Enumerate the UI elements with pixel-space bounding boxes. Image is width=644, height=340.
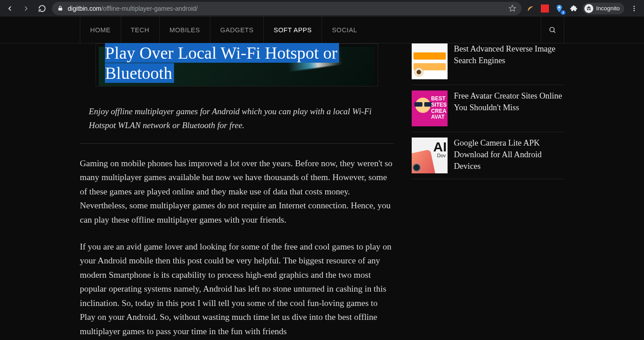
site-nav: HOME TECH MOBILES GADGETS SOFT APPS SOCI… — [0, 17, 644, 43]
browser-toolbar: digitbin.com/offline-multiplayer-games-a… — [0, 0, 644, 17]
extension-badge: 4 — [561, 10, 566, 15]
svg-point-4 — [634, 10, 635, 11]
browser-menu-button[interactable] — [628, 2, 640, 15]
sidebar-item-title: Free Avatar Creator Sites Online You Sho… — [454, 90, 564, 114]
nav-item-social[interactable]: SOCIAL — [322, 17, 367, 43]
hero-title-line2: Bluetooth — [105, 63, 174, 83]
url-path: /offline-multiplayer-games-android/ — [101, 5, 198, 12]
svg-point-5 — [550, 27, 554, 32]
nav-item-tech[interactable]: TECH — [121, 17, 159, 43]
svg-point-3 — [634, 8, 635, 9]
sidebar: Best Advanced Reverse Image Search Engin… — [412, 43, 564, 340]
url-text: digitbin.com/offline-multiplayer-games-a… — [68, 5, 504, 12]
article-column: Play Over Local Wi-Fi Hotspot or Bluetoo… — [80, 43, 394, 340]
bookmark-star-icon[interactable] — [509, 4, 516, 12]
extension-icon-2[interactable] — [540, 3, 550, 14]
address-bar[interactable]: digitbin.com/offline-multiplayer-games-a… — [52, 2, 522, 15]
sidebar-thumb: BEST SITES CREA AVAT — [412, 90, 448, 126]
incognito-label: Incognito — [596, 5, 620, 12]
sidebar-thumb — [412, 43, 448, 79]
sidebar-item-title: Best Advanced Reverse Image Search Engin… — [454, 43, 564, 67]
thumb-text: BEST SITES CREA AVAT — [431, 96, 447, 121]
extensions-menu-icon[interactable] — [568, 3, 579, 14]
thumb-sub: Dov — [437, 153, 446, 158]
url-host: digitbin.com — [68, 5, 101, 12]
hero-title: Play Over Local Wi-Fi Hotspot or Bluetoo… — [105, 43, 339, 83]
extension-icon-1[interactable] — [525, 3, 536, 14]
hero-image-card: Play Over Local Wi-Fi Hotspot or Bluetoo… — [96, 43, 378, 86]
hero-title-line1: Play Over Local Wi-Fi Hotspot or — [105, 43, 339, 63]
hero-image: Play Over Local Wi-Fi Hotspot or Bluetoo… — [99, 47, 375, 86]
back-button[interactable] — [4, 2, 16, 15]
svg-point-2 — [634, 6, 635, 7]
sidebar-item-title: Google Camera Lite APK Download for All … — [454, 138, 564, 172]
sidebar-thumb: AI Dov — [412, 138, 448, 173]
incognito-indicator[interactable]: Incognito — [583, 3, 624, 14]
article-paragraph-1: Gaming on mobile phones has improved a l… — [80, 156, 394, 227]
nav-item-soft-apps[interactable]: SOFT APPS — [263, 17, 322, 43]
nav-item-gadgets[interactable]: GADGETS — [210, 17, 263, 43]
nav-search-button[interactable] — [541, 17, 564, 43]
thumb-letters: AI — [433, 139, 447, 155]
forward-button[interactable] — [20, 2, 32, 15]
sidebar-item[interactable]: Best Advanced Reverse Image Search Engin… — [412, 43, 564, 85]
article-lede: Enjoy offline multiplayer games for Andr… — [80, 104, 394, 144]
nav-item-home[interactable]: HOME — [80, 17, 121, 43]
page-content: Play Over Local Wi-Fi Hotspot or Bluetoo… — [80, 43, 564, 340]
nav-item-mobiles[interactable]: MOBILES — [159, 17, 210, 43]
article-paragraph-2: If you are an avid game lover and lookin… — [80, 240, 394, 339]
sidebar-item[interactable]: BEST SITES CREA AVAT Free Avatar Creator… — [412, 85, 564, 132]
svg-marker-0 — [509, 5, 516, 11]
svg-point-1 — [558, 6, 560, 8]
incognito-icon — [584, 4, 593, 13]
svg-line-6 — [553, 31, 555, 33]
lock-icon — [57, 5, 63, 11]
reload-button[interactable] — [36, 2, 48, 15]
extension-icon-3[interactable]: 4 — [554, 3, 565, 14]
sidebar-item[interactable]: AI Dov Google Camera Lite APK Download f… — [412, 132, 564, 179]
